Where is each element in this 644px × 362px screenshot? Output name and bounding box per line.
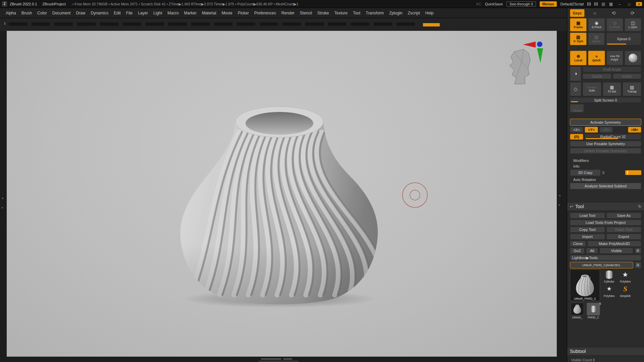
scroll-right-icon[interactable]: ▸ bbox=[2, 206, 3, 209]
divider-bars-icon-2[interactable] bbox=[594, 2, 598, 6]
menu-zplugin[interactable]: Zplugin bbox=[387, 10, 405, 16]
menu-document[interactable]: Document bbox=[50, 10, 73, 16]
recent-tool-pm3d[interactable]: 5 PM3D_C bbox=[586, 303, 601, 320]
modifiers-section-label[interactable]: Modifiers bbox=[570, 158, 641, 163]
scroll-right-icon-2[interactable]: ▸ bbox=[559, 203, 560, 206]
activate-symmetry-button[interactable]: Activate Symmetry bbox=[570, 119, 641, 126]
view-symmetry-button[interactable]: ▥ V. Sym bbox=[570, 33, 587, 45]
radialcount-slider[interactable]: RadialCount 32 bbox=[585, 134, 641, 140]
symmetry-y-button[interactable]: >Y< bbox=[585, 127, 598, 133]
y-axis-arrow-icon[interactable] bbox=[537, 48, 543, 63]
flat-shade-button[interactable] bbox=[625, 51, 641, 65]
menu-stroke[interactable]: Stroke bbox=[315, 10, 331, 16]
goz-button[interactable]: GoZ bbox=[570, 248, 585, 254]
invdir-button[interactable]: InvDir bbox=[613, 73, 642, 79]
menu-brush[interactable]: Brush bbox=[19, 10, 34, 16]
menu-light[interactable]: Light bbox=[151, 10, 164, 16]
menu-transform[interactable]: Transform bbox=[363, 10, 386, 16]
tray-segments[interactable] bbox=[9, 22, 415, 26]
copy-value-field[interactable] bbox=[625, 170, 641, 175]
setdir-button[interactable]: SetDir bbox=[583, 73, 611, 79]
x-axis-arrow-icon[interactable] bbox=[523, 42, 536, 48]
menu-edit[interactable]: Edit bbox=[111, 10, 123, 16]
draft-angle-slider[interactable]: Draft Angle bbox=[583, 66, 641, 72]
copy-tool-button[interactable]: Copy Tool bbox=[570, 227, 605, 233]
menu-preferences[interactable]: Preferences bbox=[252, 10, 278, 16]
menu-alpha[interactable]: Alpha bbox=[3, 10, 18, 16]
backface-mask-button[interactable]: ◑ bbox=[570, 66, 581, 81]
use-posable-symmetry-button[interactable]: Use Posable Symmetry bbox=[570, 141, 641, 147]
document-canvas[interactable] bbox=[7, 31, 557, 357]
export-button[interactable]: Export bbox=[606, 234, 642, 240]
timeline-handle[interactable] bbox=[261, 358, 281, 360]
tool-palette-header[interactable]: ↩ Tool ↻ bbox=[567, 202, 644, 211]
menu-file[interactable]: File bbox=[124, 10, 135, 16]
close-button[interactable]: × bbox=[636, 2, 642, 6]
active-tool-thumbnail[interactable]: UMesh_PM3D_C bbox=[570, 269, 600, 301]
goz-visible-button[interactable]: Visible bbox=[599, 248, 633, 254]
tool-r-button[interactable]: R bbox=[635, 262, 641, 268]
transparency-button[interactable]: ▨ Transp bbox=[623, 82, 641, 96]
viewport-3d[interactable] bbox=[7, 31, 557, 355]
goz-all-button[interactable]: All bbox=[586, 248, 598, 254]
divider-bars-icon[interactable] bbox=[587, 2, 591, 6]
make-polymesh3d-button[interactable]: Make PolyMesh3D bbox=[587, 241, 641, 247]
goz-r-button[interactable]: R bbox=[635, 248, 641, 254]
save-as-button[interactable]: Save As bbox=[606, 213, 642, 219]
xpose-button[interactable]: ▤ Xpose bbox=[588, 33, 605, 45]
layout-grid-icon[interactable]: ▤ bbox=[601, 2, 605, 6]
local-transformation-button[interactable]: ⊕ Local bbox=[570, 51, 587, 65]
menu-tool[interactable]: Tool bbox=[351, 10, 363, 16]
xpose-slider[interactable]: Xpose 0 bbox=[606, 33, 641, 45]
quick-3d-edit-button[interactable]: » Quick bbox=[588, 51, 605, 65]
scroll-left-icon-2[interactable]: ◂ bbox=[559, 194, 560, 197]
layout-grid-icon-2[interactable]: ▦ bbox=[609, 2, 613, 6]
maximize-button[interactable]: □ bbox=[626, 2, 632, 6]
tool-item-simplebrush[interactable]: S SimpleB bbox=[618, 284, 633, 298]
tool-item-cylinder[interactable]: Cylinder bbox=[601, 269, 617, 283]
ghost-cube-button[interactable]: ◇ bbox=[570, 82, 581, 96]
active-tool-name[interactable]: UMesh_PM3D_Cylinder3D1. bbox=[570, 262, 633, 268]
info-section-label[interactable]: Info bbox=[570, 164, 641, 168]
tool-item-polymesh-2[interactable]: ★ PolyMes bbox=[601, 284, 617, 298]
delete-posable-symmetry-button[interactable]: Delete Posable Symmetry bbox=[570, 148, 641, 154]
point-selection-button[interactable]: ▦ Pt Sel bbox=[603, 82, 622, 96]
magnet-icon[interactable]: ∩ bbox=[586, 9, 603, 17]
subtool-palette-header[interactable]: Subtool bbox=[567, 347, 644, 356]
active-tray-indicator[interactable] bbox=[423, 23, 440, 26]
timeline-track[interactable] bbox=[258, 361, 299, 362]
3d-copy-button[interactable]: 3D Copy bbox=[570, 169, 601, 176]
gxyz-button[interactable]: Gxyz bbox=[570, 9, 585, 17]
symmetry-x-button[interactable]: >X< bbox=[570, 127, 583, 133]
menu-layer[interactable]: Layer bbox=[136, 10, 150, 16]
timeline-handle-2[interactable] bbox=[283, 358, 292, 360]
default-zscript-button[interactable]: DefaultZScript bbox=[560, 2, 584, 6]
symmetry-m-button[interactable]: >M< bbox=[628, 127, 641, 133]
radial-symmetry-button[interactable]: (R) bbox=[570, 134, 583, 140]
menu-dynamics[interactable]: Dynamics bbox=[88, 10, 111, 16]
set-pivot-button[interactable]: ◉ S.Pivot bbox=[588, 18, 605, 32]
solo-button[interactable]: Dynamic Solo bbox=[583, 82, 601, 96]
rotate-ccw-icon[interactable]: ⟲ bbox=[605, 9, 622, 17]
restore-config-icon[interactable]: ↻ bbox=[638, 204, 641, 209]
clear-pivot-button[interactable]: ◎ C.Pivot bbox=[606, 18, 623, 32]
axis-rotation-label[interactable]: Axis Rotation bbox=[570, 177, 641, 182]
menu-stencil[interactable]: Stencil bbox=[298, 10, 314, 16]
see-through-slider[interactable]: See-through 0 bbox=[506, 1, 536, 7]
split-screen-slider[interactable]: Split Screen 0 bbox=[570, 97, 641, 103]
menu-material[interactable]: Material bbox=[200, 10, 219, 16]
scroll-left-icon[interactable]: ◂ bbox=[2, 196, 3, 200]
analyze-selected-subtool-button[interactable]: Analyze Selected Subtool bbox=[570, 183, 641, 189]
menu-draw[interactable]: Draw bbox=[73, 10, 88, 16]
recent-tool-umesh[interactable]: UMesh_ bbox=[570, 303, 585, 320]
quicksave-button[interactable]: QuickSave bbox=[485, 2, 503, 6]
z-axis-dot-icon[interactable] bbox=[537, 42, 542, 47]
tool-item-polymesh[interactable]: ★ PolyMes bbox=[618, 269, 633, 283]
import-button[interactable]: Import bbox=[570, 234, 605, 240]
polymesh-head-preview[interactable] bbox=[509, 49, 530, 84]
clone-button[interactable]: Clone bbox=[570, 241, 586, 247]
frame-button[interactable]: ▣ Frame bbox=[570, 18, 587, 32]
rotate-cw-icon[interactable]: ⟳ bbox=[624, 9, 641, 17]
menu-picker[interactable]: Picker bbox=[235, 10, 251, 16]
paste-tool-button[interactable]: Paste Tool bbox=[606, 227, 642, 233]
